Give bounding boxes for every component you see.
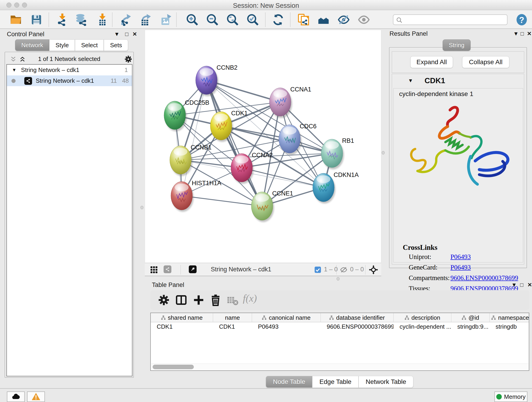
close-panel-icon[interactable]: ✕ (527, 30, 532, 37)
refresh-icon[interactable] (272, 13, 284, 26)
nested-networks-icon[interactable] (317, 13, 330, 26)
tab-node-table[interactable]: Node Table (266, 376, 312, 388)
network-canvas[interactable]: CCNB2CCNA1CDC25BCDK1CDC6RB1CCNB1CCNA2CDK… (145, 30, 381, 263)
table-header-row: shared namenamecanonical namedatabase id… (151, 313, 529, 322)
table-row[interactable]: CDK1CDK1P064939606.ENSP00000378699cyclin… (151, 322, 529, 332)
network-node-CCNE1[interactable]: CCNE1 (251, 190, 293, 222)
collapse-all-button[interactable]: Collapse All (462, 56, 509, 68)
right-splitter-handle[interactable] (382, 151, 385, 154)
network-node-CCNA1[interactable]: CCNA1 (269, 86, 311, 118)
memory-button[interactable]: Memory (494, 391, 527, 402)
network-node-CCNB2[interactable]: CCNB2 (196, 64, 238, 96)
help-icon[interactable]: ? (515, 13, 528, 26)
clone-network-icon[interactable] (297, 13, 310, 26)
export-table-icon[interactable] (140, 13, 152, 26)
tab-style[interactable]: Style (49, 39, 75, 51)
table-cell[interactable]: 9606.ENSP00000378699 (321, 322, 394, 332)
node-table[interactable]: shared namenamecanonical namedatabase id… (150, 313, 529, 371)
hide-selected-icon[interactable] (337, 13, 350, 26)
network-node-CCNB1[interactable]: CCNB1 (170, 144, 212, 176)
selected-checkbox-icon[interactable] (314, 266, 321, 273)
float-window-icon[interactable]: □ (125, 31, 128, 38)
network-status-dot-icon (12, 79, 16, 83)
cloud-status-button[interactable] (7, 391, 25, 402)
float-window-icon[interactable]: □ (520, 281, 524, 288)
tab-string[interactable]: String (443, 39, 471, 51)
scrollbar-thumb[interactable] (152, 365, 194, 369)
column-header--id[interactable]: @id (451, 313, 490, 322)
show-columns-icon[interactable] (175, 294, 187, 306)
export-image-icon[interactable] (160, 13, 172, 26)
window-title: Session: New Session (0, 2, 532, 9)
left-splitter-handle[interactable] (140, 206, 143, 209)
tab-edge-table[interactable]: Edge Table (312, 376, 359, 388)
network-node-CDC25B[interactable]: CDC25B (164, 99, 209, 131)
import-network-icon[interactable] (56, 13, 69, 26)
zoom-selected-icon[interactable] (247, 13, 259, 26)
close-panel-icon[interactable]: ✕ (527, 281, 532, 288)
crosslink-value-link[interactable]: 9606.ENSP00000378699 (450, 274, 518, 282)
close-panel-icon[interactable]: ✕ (133, 31, 137, 38)
disclosure-triangle-icon[interactable]: ▼ (12, 67, 17, 73)
create-column-icon[interactable] (192, 294, 205, 306)
network-row-selected[interactable]: String Network – cdk1 11 48 (7, 75, 132, 86)
float-menu-icon[interactable]: ▼ (511, 281, 517, 288)
network-node-CDKN1A[interactable]: CDKN1A (313, 172, 359, 204)
network-share-icon[interactable] (164, 265, 171, 273)
network-name: String Network – cdk1 (36, 77, 94, 84)
network-options-gear-icon[interactable] (124, 55, 133, 63)
float-window-icon[interactable]: □ (520, 30, 524, 37)
network-node-HIST1H1A[interactable]: HIST1H1A (171, 180, 221, 212)
float-menu-icon[interactable]: ▼ (513, 30, 519, 37)
column-header-namespace[interactable]: namespace (490, 313, 529, 322)
string-network-icon (24, 77, 32, 85)
hidden-eye-icon (340, 266, 347, 274)
save-session-icon[interactable] (30, 13, 43, 26)
table-cell[interactable]: CDK1 (213, 322, 252, 332)
zoom-out-icon[interactable] (206, 13, 219, 26)
column-header-database-identifier[interactable]: database identifier (321, 313, 394, 322)
import-table-icon[interactable] (96, 13, 109, 26)
open-session-icon[interactable] (10, 13, 22, 26)
table-cell[interactable]: stringdb (490, 322, 529, 332)
pan-crosshair-icon[interactable] (369, 265, 378, 274)
column-header-description[interactable]: description (394, 313, 451, 322)
zoom-fit-icon[interactable] (226, 13, 239, 26)
tab-network[interactable]: Network (15, 39, 49, 51)
horizontal-scrollbar[interactable] (151, 364, 528, 370)
crosslink-value-link[interactable]: P06493 (450, 264, 471, 271)
network-node-CDK1[interactable]: CDK1 (210, 110, 248, 142)
table-cell[interactable]: CDK1 (151, 322, 213, 332)
tab-sets[interactable]: Sets (104, 39, 128, 51)
import-network-from-database-icon[interactable] (75, 13, 88, 26)
search-input[interactable] (404, 16, 505, 24)
table-cell[interactable]: P06493 (252, 322, 321, 332)
delete-column-icon[interactable] (209, 294, 222, 306)
network-node-RB1[interactable]: RB1 (321, 137, 354, 169)
crosslink-value-link[interactable]: P06493 (450, 253, 471, 261)
table-cell[interactable]: stringdb:9... (451, 322, 490, 332)
warnings-button[interactable] (27, 391, 45, 402)
table-body: CDK1CDK1P064939606.ENSP00000378699cyclin… (151, 322, 529, 332)
column-hierarchy-icon (462, 315, 466, 320)
float-menu-icon[interactable]: ▼ (114, 31, 120, 38)
grid-view-icon[interactable] (150, 266, 158, 274)
column-hierarchy-icon (329, 315, 334, 320)
bottom-splitter-handle[interactable] (336, 277, 340, 281)
expand-all-button[interactable]: Expand All (410, 56, 453, 68)
network-node-CDC6[interactable]: CDC6 (279, 123, 317, 155)
column-header-name[interactable]: name (213, 313, 252, 322)
column-header-canonical-name[interactable]: canonical name (252, 313, 321, 322)
zoom-in-icon[interactable] (186, 13, 198, 26)
table-cell[interactable]: cyclin-dependent ... (394, 322, 451, 332)
entry-disclosure-icon[interactable]: ▼ (408, 78, 413, 84)
birds-eye-view-icon[interactable] (189, 265, 196, 273)
network-collection-row[interactable]: ▼ String Network – cdk1 1 (7, 65, 132, 75)
tab-network-table[interactable]: Network Table (359, 376, 413, 388)
export-network-icon[interactable] (120, 13, 133, 26)
table-options-gear-icon[interactable] (158, 294, 170, 306)
column-header-shared-name[interactable]: shared name (151, 313, 213, 322)
table-panel-title: Table Panel (152, 281, 184, 288)
tab-select[interactable]: Select (75, 39, 104, 51)
string-network-graph[interactable]: CCNB2CCNA1CDC25BCDK1CDC6RB1CCNB1CCNA2CDK… (145, 30, 381, 263)
